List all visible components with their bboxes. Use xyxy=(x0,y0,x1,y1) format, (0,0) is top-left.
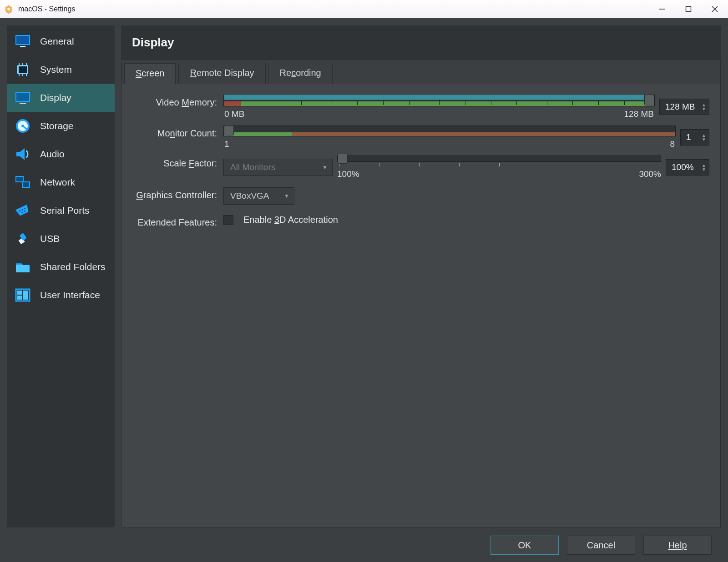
folder-icon xyxy=(13,257,33,277)
svg-rect-26 xyxy=(23,182,29,187)
sidebar-item-storage[interactable]: Storage xyxy=(7,112,115,140)
chevron-down-icon: ▼ xyxy=(322,164,328,171)
settings-sidebar: General System Display xyxy=(7,25,115,527)
video-memory-min: 0 MB xyxy=(224,109,244,119)
video-memory-label: Video Memory: xyxy=(132,95,223,108)
svg-rect-36 xyxy=(17,291,22,295)
svg-rect-25 xyxy=(16,177,23,181)
titlebar: macOS - Settings xyxy=(0,0,728,18)
usb-icon xyxy=(13,229,33,249)
enable-3d-checkbox[interactable] xyxy=(223,215,233,225)
svg-rect-3 xyxy=(686,6,691,11)
tab-screen[interactable]: Screen xyxy=(124,63,176,84)
display-icon xyxy=(13,88,33,108)
video-memory-value[interactable]: 128 MB ▲▼ xyxy=(659,99,709,115)
slider-handle[interactable] xyxy=(644,95,654,105)
scale-factor-max: 300% xyxy=(639,169,661,179)
pane-header: Display xyxy=(121,25,721,60)
sidebar-item-label: Audio xyxy=(40,149,65,160)
ui-layout-icon xyxy=(13,285,33,305)
svg-rect-38 xyxy=(23,291,28,300)
svg-rect-10 xyxy=(19,66,27,73)
spin-arrows[interactable]: ▲▼ xyxy=(702,133,706,141)
sidebar-item-label: USB xyxy=(40,233,60,244)
svg-rect-34 xyxy=(16,265,30,272)
disk-icon xyxy=(13,116,33,136)
sidebar-item-usb[interactable]: USB xyxy=(7,225,115,253)
monitor-count-slider[interactable] xyxy=(223,125,676,136)
monitor-count-min: 1 xyxy=(224,139,229,149)
sidebar-item-label: User Interface xyxy=(40,290,100,301)
cancel-button[interactable]: Cancel xyxy=(567,536,635,555)
sidebar-item-label: Display xyxy=(40,92,71,103)
sidebar-item-label: System xyxy=(40,64,72,75)
sidebar-item-shared-folders[interactable]: Shared Folders xyxy=(7,253,115,281)
svg-rect-19 xyxy=(20,103,26,104)
graphics-controller-label: Graphics Controller: xyxy=(132,187,223,201)
sidebar-item-network[interactable]: Network xyxy=(7,168,115,196)
extended-features-label: Extended Features: xyxy=(132,215,223,228)
network-icon xyxy=(13,172,33,192)
maximize-button[interactable] xyxy=(675,0,702,18)
sidebar-item-display[interactable]: Display xyxy=(7,84,115,112)
svg-rect-37 xyxy=(17,296,22,300)
svg-rect-18 xyxy=(16,93,29,101)
svg-point-1 xyxy=(7,8,10,10)
svg-rect-7 xyxy=(16,36,29,44)
scale-factor-slider[interactable] xyxy=(337,156,661,162)
scale-factor-value[interactable]: 100% ▲▼ xyxy=(666,159,709,176)
tab-bar: Screen Remote Display Recording xyxy=(121,60,720,84)
sidebar-item-label: Network xyxy=(40,177,75,188)
page-title: Display xyxy=(132,35,710,50)
minimize-button[interactable] xyxy=(649,0,675,18)
video-memory-max: 128 MB xyxy=(624,109,654,119)
close-button[interactable] xyxy=(702,0,728,18)
sidebar-item-label: Shared Folders xyxy=(40,261,106,272)
sidebar-item-label: Storage xyxy=(40,120,74,131)
enable-3d-label: Enable 3D Acceleration xyxy=(243,215,338,225)
video-memory-slider[interactable] xyxy=(223,95,655,106)
scale-factor-min: 100% xyxy=(337,169,359,179)
sidebar-item-general[interactable]: General xyxy=(7,27,115,55)
monitor-count-value[interactable]: 1 ▲▼ xyxy=(680,129,709,146)
help-button[interactable]: Help xyxy=(643,536,712,555)
slider-handle[interactable] xyxy=(224,125,234,135)
chip-icon xyxy=(13,60,33,80)
sidebar-item-audio[interactable]: Audio xyxy=(7,140,115,168)
monitor-count-max: 8 xyxy=(670,139,675,149)
speaker-icon xyxy=(13,144,33,164)
monitor-icon xyxy=(13,31,33,51)
chevron-down-icon: ▼ xyxy=(284,193,289,199)
ok-button[interactable]: OK xyxy=(490,536,559,555)
slider-handle[interactable] xyxy=(338,154,348,164)
window-title: macOS - Settings xyxy=(18,5,75,13)
sidebar-item-serial-ports[interactable]: Serial Ports xyxy=(7,196,115,225)
serial-port-icon xyxy=(13,201,33,221)
monitor-count-label: Monitor Count: xyxy=(132,125,223,139)
sidebar-item-label: Serial Ports xyxy=(40,205,90,216)
dialog-button-bar: OK Cancel Help xyxy=(7,527,721,562)
tab-recording[interactable]: Recording xyxy=(268,63,333,84)
scale-factor-monitor-select[interactable]: All Monitors ▼ xyxy=(223,159,333,176)
spin-arrows[interactable]: ▲▼ xyxy=(702,103,706,111)
svg-rect-8 xyxy=(20,46,25,47)
spin-arrows[interactable]: ▲▼ xyxy=(702,163,706,171)
sidebar-item-label: General xyxy=(40,36,74,47)
scale-factor-label: Scale Factor: xyxy=(132,156,223,169)
sidebar-item-user-interface[interactable]: User Interface xyxy=(7,281,115,309)
tab-remote-display[interactable]: Remote Display xyxy=(178,63,265,84)
gear-icon xyxy=(4,4,14,14)
sidebar-item-system[interactable]: System xyxy=(7,55,115,84)
graphics-controller-select[interactable]: VBoxVGA ▼ xyxy=(223,187,294,205)
